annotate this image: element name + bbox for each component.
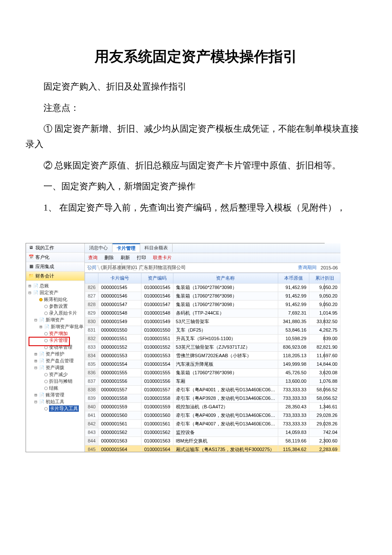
col-card-no[interactable]: 卡片编号 bbox=[98, 273, 141, 283]
company-value[interactable]: (新邦基准账簿)01 广东新邦物流有限公司 bbox=[101, 264, 186, 271]
table-row[interactable]: 8330000001552010000155253英尺三轴骨架车（ZJV9371… bbox=[85, 343, 340, 351]
grid-icon: ▦ bbox=[29, 264, 34, 269]
tree-asset-reduce[interactable]: 资产减少 bbox=[28, 371, 84, 378]
table-row[interactable]: 83800000015570100001557牵引车（粤AP4001，发动机号D… bbox=[85, 385, 340, 394]
table-row[interactable]: 83500000015540100001554汽车液压升降尾板149,999.9… bbox=[85, 360, 340, 368]
tree-param-set[interactable]: 参数设置 bbox=[28, 303, 84, 310]
tree-close[interactable]: 结账 bbox=[28, 385, 84, 392]
table-row[interactable]: 82900000015480100001548条码机（TTP-244CE）7,6… bbox=[85, 309, 340, 317]
cell-asset-name: 升高叉车（SFH1016-1100） bbox=[173, 334, 278, 343]
cell-orig-value: 115,384.62 bbox=[278, 445, 309, 452]
tree-fixed-assets[interactable]: ⊟📄固定资产 bbox=[28, 289, 84, 296]
cell-idx: 837 bbox=[85, 377, 98, 385]
refresh-button[interactable]: 刷新 bbox=[117, 254, 133, 262]
col-acc-dep[interactable]: 累计折旧 bbox=[309, 273, 340, 283]
tree-dep-write-off[interactable]: 折旧与摊销 bbox=[28, 378, 84, 385]
table-row[interactable]: 8300000001549010000154953尺三轴骨架车341,880.3… bbox=[85, 317, 340, 326]
tree-new-asset-audit[interactable]: ⊞📄新增资产审批单 bbox=[28, 324, 84, 330]
cell-asset-name: 53尺三轴骨架车 bbox=[173, 317, 278, 326]
col-asset-name[interactable]: 资产名称 bbox=[173, 273, 278, 283]
doc-subtitle: 固定资产购入、折旧及处置操作指引 bbox=[26, 79, 366, 95]
tab-subject-balance[interactable]: 科目余额表 bbox=[140, 244, 173, 252]
cell-asset-code: 0100001548 bbox=[141, 309, 173, 317]
app-screenshot: 🖥 我的工作 📅 客户化 ▦ 应用集成 📁 财务会计 ⊞📄总账 ⊟ bbox=[26, 243, 325, 452]
cell-asset-name: 集装箱（17060*2786*3098） bbox=[173, 368, 278, 377]
cell-card-no: 0000001564 bbox=[98, 445, 141, 452]
period-value[interactable]: 2015-06 bbox=[321, 265, 338, 270]
tree-new-asset[interactable]: ⊟📄新增资产 bbox=[28, 317, 84, 324]
table-row[interactable]: 84000000015590100001559税控加油机（B-GA4T2）28,… bbox=[85, 402, 340, 411]
tree-change-order[interactable]: 变动单管理 bbox=[28, 344, 84, 351]
query-button[interactable]: 查询 bbox=[85, 254, 101, 262]
print-button[interactable]: 打印 bbox=[133, 254, 150, 262]
tree-init-tool[interactable]: ⊟📄初始工具 bbox=[28, 399, 84, 405]
table-row[interactable]: 84100000015600100001560牵引车（粤AP4009，发动机号D… bbox=[85, 411, 340, 419]
cell-idx: 842 bbox=[85, 419, 98, 428]
tree-import-orig[interactable]: 录入原始卡片 bbox=[28, 310, 84, 317]
cell-orig-value: 91,452.99 bbox=[278, 300, 309, 309]
col-idx[interactable] bbox=[85, 273, 98, 283]
cell-asset-code: 0100001547 bbox=[141, 300, 173, 309]
link-card-button[interactable]: 联查卡片 bbox=[150, 254, 175, 262]
table-row[interactable]: 84500000015640100001564厢式运输车（粤AS1735，发动机… bbox=[85, 445, 340, 452]
table-row[interactable]: 84300000015620100001562监控设备14,059.83742.… bbox=[85, 428, 340, 436]
cell-orig-value: 58,119.66 bbox=[278, 436, 309, 445]
cell-asset-code: 0100001553 bbox=[141, 351, 173, 360]
tab-msg-center[interactable]: 消息中心 bbox=[85, 244, 112, 252]
cell-acc-dep: 9,050.20 bbox=[309, 292, 340, 300]
col-orig-value[interactable]: 本币原值 bbox=[278, 273, 309, 283]
cell-acc-dep: 1,346.61 bbox=[309, 402, 340, 411]
cell-acc-dep: 82,821.90 bbox=[309, 343, 340, 351]
table-row[interactable]: 83900000015580100001558牵引车（粤AP3928，发动机号D… bbox=[85, 394, 340, 402]
tree-book-mgmt[interactable]: ⊞📄账薄管理 bbox=[28, 392, 84, 399]
sidebar-label: 我的工作 bbox=[35, 245, 54, 251]
cell-asset-name: 牵引车（粤AP4007，发动机号D13A460EC06… bbox=[173, 419, 278, 428]
table-row[interactable]: 82600000015450100001545集装箱（17060*2786*30… bbox=[85, 283, 340, 292]
cell-orig-value: 149,999.98 bbox=[278, 360, 309, 368]
cell-card-no: 0000001546 bbox=[98, 292, 141, 300]
cell-asset-name: 税控加油机（B-GA4T2） bbox=[173, 402, 278, 411]
table-row[interactable]: 83700000015560100001556车厢13,600.001,076.… bbox=[85, 377, 340, 385]
cell-acc-dep: 9,050.20 bbox=[309, 300, 340, 309]
tree-card-mgmt[interactable]: 卡片管理 bbox=[28, 337, 84, 344]
table-row[interactable]: 83200000015510100001551升高叉车（SFH1016-1100… bbox=[85, 334, 340, 343]
tree-asset-check[interactable]: ⊞📄资产盘点管理 bbox=[28, 358, 84, 364]
delete-button[interactable]: 删除 bbox=[101, 254, 117, 262]
cell-orig-value: 118,205.13 bbox=[278, 351, 309, 360]
sidebar-label: 应用集成 bbox=[35, 263, 54, 270]
tree-asset-adjust[interactable]: ⊟📄资产调拨 bbox=[28, 364, 84, 371]
tree-asset-maint[interactable]: ⊞📄资产维护 bbox=[28, 351, 84, 358]
tree-book-init[interactable]: 账薄初始化 bbox=[28, 296, 84, 303]
cell-asset-code: 0100001554 bbox=[141, 360, 173, 368]
col-asset-code[interactable]: 资产编码 bbox=[141, 273, 173, 283]
cell-card-no: 0000001561 bbox=[98, 419, 141, 428]
cell-card-no: 0000001557 bbox=[98, 385, 141, 394]
cell-idx: 828 bbox=[85, 300, 98, 309]
cell-idx: 826 bbox=[85, 283, 98, 292]
cell-asset-code: 0100001551 bbox=[141, 334, 173, 343]
tree-asset-add[interactable]: 资产增加 bbox=[28, 330, 84, 337]
data-grid[interactable]: 卡片编号 资产编码 资产名称 本币原值 累计折旧 826000000154501… bbox=[85, 273, 340, 452]
cell-acc-dep: 11,697.60 bbox=[309, 351, 340, 360]
sidebar-my-work[interactable]: 🖥 我的工作 bbox=[26, 243, 84, 253]
table-row[interactable]: 83100000015500100001550叉车（DF25）53,846.16… bbox=[85, 326, 340, 334]
sidebar-customize[interactable]: 📅 客户化 bbox=[26, 253, 84, 262]
cell-asset-code: 0100001556 bbox=[141, 377, 173, 385]
tab-bar: 消息中心 卡片管理 科目余额表 bbox=[85, 243, 340, 253]
doc-note-label: 注意点： bbox=[26, 101, 366, 116]
cell-acc-dep: 29,028.26 bbox=[309, 411, 340, 419]
tree-card-import[interactable]: 卡片导入工具 bbox=[28, 405, 84, 412]
tree-general-ledger[interactable]: ⊞📄总账 bbox=[28, 283, 84, 289]
cell-card-no: 0000001559 bbox=[98, 402, 141, 411]
table-row[interactable]: 82700000015460100001546集装箱（17060*2786*30… bbox=[85, 292, 340, 300]
table-row[interactable]: 84400000015630100001563IBM光纤交换机58,119.66… bbox=[85, 436, 340, 445]
cell-asset-name: IBM光纤交换机 bbox=[173, 436, 278, 445]
table-row[interactable]: 83400000015530100001553雪佛兰牌SGM7202EAAB（小… bbox=[85, 351, 340, 360]
cell-asset-code: 0100001560 bbox=[141, 411, 173, 419]
sidebar-app-integration[interactable]: ▦ 应用集成 bbox=[26, 262, 84, 272]
table-row[interactable]: 84200000015610100001561牵引车（粤AP4007，发动机号D… bbox=[85, 419, 340, 428]
table-row[interactable]: 83600000015550100001555集装箱（17060*2786*30… bbox=[85, 368, 340, 377]
table-row[interactable]: 82800000015470100001547集装箱（17060*2786*30… bbox=[85, 300, 340, 309]
sidebar-financial-accounting[interactable]: 📁 财务会计 bbox=[26, 272, 84, 281]
tab-card-mgmt[interactable]: 卡片管理 bbox=[112, 243, 140, 252]
